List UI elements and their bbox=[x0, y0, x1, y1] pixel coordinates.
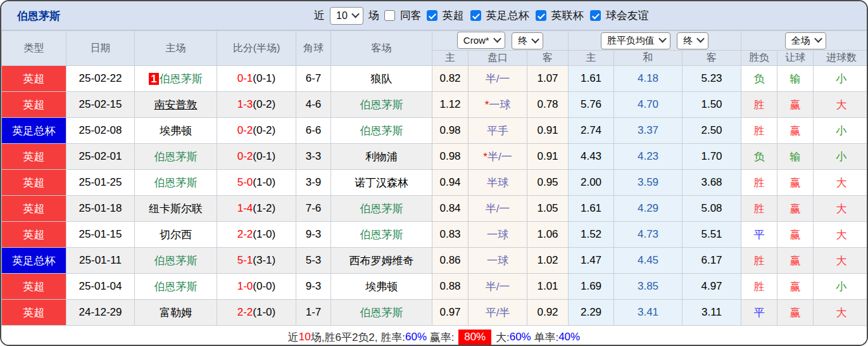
cell-corner: 9-3 bbox=[296, 222, 331, 248]
cell-avg-home: 1.61 bbox=[569, 196, 614, 222]
league-filter[interactable]: 球会友谊 bbox=[588, 8, 651, 23]
table-row: 英超25-01-18纽卡斯尔联1-4(1-2)7-6伯恩茅斯0.84半/一1.0… bbox=[2, 196, 868, 222]
cell-away-team: 伯恩茅斯 bbox=[331, 300, 432, 326]
home-team-name[interactable]: 南安普敦 bbox=[154, 99, 198, 111]
cell-let-result: 赢 bbox=[777, 300, 814, 326]
cell-avg-draw: 3.59 bbox=[614, 170, 682, 196]
league-filter[interactable]: 英足总杯 bbox=[468, 8, 532, 23]
away-team-name: 伯恩茅斯 bbox=[360, 203, 403, 215]
cell-avg-home: 1.61 bbox=[569, 66, 614, 92]
away-team-name: 西布罗姆维奇 bbox=[349, 255, 414, 267]
scope-select[interactable]: 全场 bbox=[785, 32, 826, 49]
odds-time-select[interactable]: 终 bbox=[512, 32, 543, 49]
odds-group-header: Crow* 终 bbox=[432, 31, 569, 51]
summary-segment: 40% bbox=[558, 331, 580, 343]
cell-corner: 3-9 bbox=[296, 170, 331, 196]
cell-away-team: 狼队 bbox=[331, 66, 432, 92]
cell-avg-draw: 3.85 bbox=[614, 274, 682, 300]
cell-handicap: *一球 bbox=[469, 92, 527, 118]
check-icon bbox=[472, 11, 480, 19]
cell-avg-away: 5.23 bbox=[682, 66, 741, 92]
cell-home-team: 埃弗顿 bbox=[135, 118, 217, 144]
cell-let-result: 赢 bbox=[777, 196, 814, 222]
home-team-name: 富勒姆 bbox=[160, 307, 192, 319]
cell-league: 英超 bbox=[2, 300, 66, 326]
col-header-home: 主场 bbox=[135, 31, 217, 66]
same-opponent-checkbox[interactable] bbox=[384, 10, 395, 21]
cell-odds-away: 0.91 bbox=[527, 118, 569, 144]
cell-score: 1-4(1-2) bbox=[217, 196, 296, 222]
cell-odds-away: 0.91 bbox=[527, 144, 569, 170]
checkbox-icon[interactable] bbox=[536, 10, 546, 21]
chevron-down-icon bbox=[696, 35, 705, 43]
match-history-panel: 伯恩茅斯 近 10 场 同客 英超英足总杯英联杯球会友谊 类型 日期 主场 bbox=[0, 0, 868, 346]
league-filters: 英超英足总杯英联杯球会友谊 bbox=[424, 8, 653, 23]
away-team-name: 伯恩茅斯 bbox=[360, 99, 403, 111]
cell-avg-draw: 4.18 bbox=[614, 66, 682, 92]
cell-odds-away: 1.07 bbox=[527, 66, 569, 92]
sub-col-result: 胜负 bbox=[741, 51, 777, 66]
cell-date: 25-01-11 bbox=[66, 248, 135, 274]
checkbox-icon[interactable] bbox=[590, 10, 601, 21]
halftime-score: (1-0) bbox=[253, 228, 275, 240]
odds-time-value: 终 bbox=[518, 35, 527, 47]
cell-away-team: 埃弗顿 bbox=[331, 274, 432, 300]
recent-label: 近 bbox=[314, 8, 325, 23]
table-row: 英足总杯25-02-08埃弗顿0-2(0-2)6-6伯恩茅斯0.98平手0.91… bbox=[2, 118, 868, 144]
cell-home-team: 伯恩茅斯 bbox=[135, 144, 217, 170]
cell-let-result: 输 bbox=[777, 66, 814, 92]
cell-league: 英超 bbox=[2, 222, 66, 248]
cell-corner: 6-6 bbox=[296, 118, 331, 144]
cell-avg-away: 5.51 bbox=[682, 222, 741, 248]
sub-col-handicap: 盘口 bbox=[469, 51, 527, 66]
avg-company-select[interactable]: 胜平负均值 bbox=[601, 32, 670, 49]
cell-score: 5-1(3-1) bbox=[217, 248, 296, 274]
halftime-score: (0-1) bbox=[253, 150, 275, 162]
cell-odds-away: 1.02 bbox=[527, 248, 569, 274]
checkbox-icon[interactable] bbox=[427, 10, 437, 21]
summary-segment: 场,胜6平2负2, 胜率: bbox=[311, 330, 405, 345]
cell-handicap: 半/一 bbox=[469, 274, 527, 300]
league-filter-label: 英超 bbox=[443, 8, 464, 23]
odds-company-select[interactable]: Crow* bbox=[457, 32, 505, 49]
avg-time-select[interactable]: 终 bbox=[677, 32, 708, 49]
recent-count-select[interactable]: 10 bbox=[330, 7, 363, 25]
cell-result: 胜 bbox=[741, 196, 777, 222]
checkbox-icon[interactable] bbox=[470, 10, 481, 21]
home-team-name: 伯恩茅斯 bbox=[160, 73, 203, 85]
cell-odds-away: 1.06 bbox=[527, 222, 569, 248]
table-row: 英超25-01-25伯恩茅斯5-0(1-0)3-9诺丁汉森林0.94半球0.95… bbox=[2, 170, 868, 196]
cell-handicap: 平/半 bbox=[469, 300, 527, 326]
cell-goals-result: 大 bbox=[814, 222, 868, 248]
games-label: 场 bbox=[368, 8, 379, 23]
check-icon bbox=[429, 11, 436, 19]
cell-score: 2-2(1-0) bbox=[217, 222, 296, 248]
cell-result: 负 bbox=[741, 66, 777, 92]
league-filter[interactable]: 英联杯 bbox=[533, 8, 586, 23]
fulltime-score: 5-1 bbox=[237, 254, 253, 266]
cell-score: 0-1(0-1) bbox=[217, 66, 296, 92]
cell-goals-result: 大 bbox=[814, 170, 868, 196]
halftime-score: (1-0) bbox=[253, 176, 275, 188]
cell-corner: 5-3 bbox=[296, 248, 331, 274]
league-filter[interactable]: 英超 bbox=[424, 8, 467, 23]
handicap-value: 半/一 bbox=[486, 73, 510, 85]
cell-odds-home: 1.12 bbox=[432, 92, 469, 118]
chevron-down-icon bbox=[493, 34, 501, 42]
away-team-name: 埃弗顿 bbox=[365, 281, 398, 293]
cell-league: 英超 bbox=[2, 66, 66, 92]
result-group-header: 全场 bbox=[741, 31, 868, 51]
cell-let-result: 赢 bbox=[777, 248, 814, 274]
sub-col-goals: 进球数 bbox=[814, 51, 868, 66]
check-icon bbox=[538, 11, 545, 19]
cell-score: 0-2(0-1) bbox=[217, 144, 296, 170]
same-opponent-label: 同客 bbox=[400, 8, 422, 23]
cell-goals-result: 小 bbox=[814, 118, 868, 144]
cell-odds-home: 0.94 bbox=[432, 170, 469, 196]
col-header-score: 比分(半场) bbox=[217, 31, 296, 66]
cell-date: 25-01-25 bbox=[66, 170, 135, 196]
star-icon: * bbox=[483, 151, 487, 163]
chevron-down-icon bbox=[814, 35, 822, 43]
cell-score: 2-2(1-0) bbox=[217, 300, 296, 326]
cell-home-team: 富勒姆 bbox=[135, 300, 217, 326]
